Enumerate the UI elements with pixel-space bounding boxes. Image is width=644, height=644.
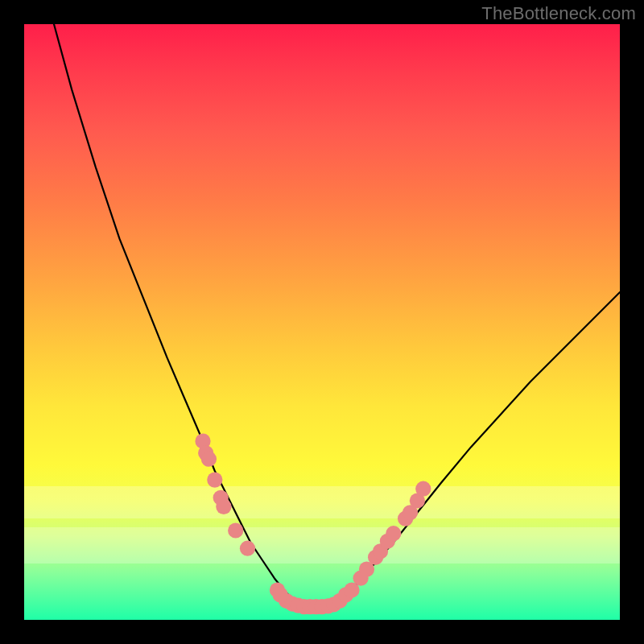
marker-dot	[386, 526, 401, 541]
curve-overlay	[24, 24, 620, 620]
plot-area	[24, 24, 620, 620]
marker-dot	[216, 499, 231, 514]
watermark-text: TheBottleneck.com	[481, 3, 636, 24]
bottleneck-curve	[54, 24, 620, 607]
frame: TheBottleneck.com	[0, 0, 644, 644]
marker-dot	[207, 472, 222, 487]
marker-dot	[201, 452, 217, 467]
marker-dot	[240, 541, 255, 556]
marker-dot	[228, 522, 243, 538]
marker-dot	[415, 481, 431, 497]
